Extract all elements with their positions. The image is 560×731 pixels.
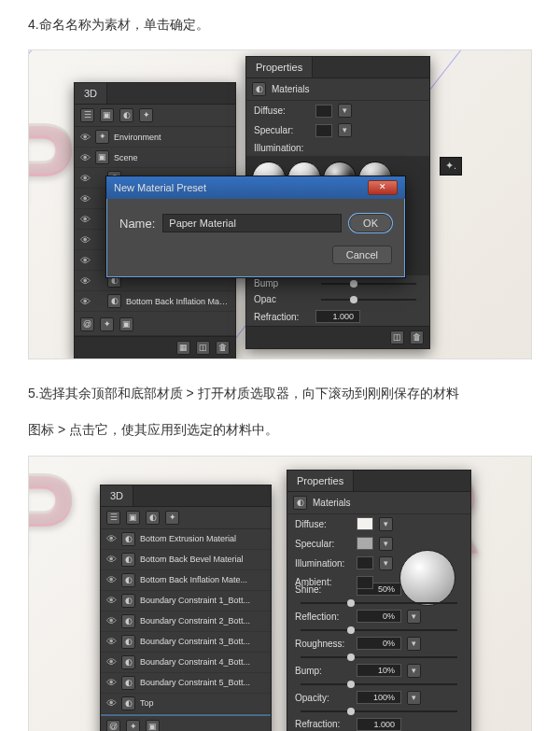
slider[interactable] — [301, 656, 457, 658]
camera-icon[interactable]: ▣ — [146, 720, 160, 731]
cancel-button[interactable]: Cancel — [332, 246, 392, 264]
ok-button[interactable]: OK — [349, 214, 392, 232]
eye-icon[interactable]: 👁 — [80, 275, 91, 287]
folder-icon[interactable]: ▾ — [338, 104, 352, 118]
layer-list-2[interactable]: 👁◐Bottom Extrusion Material👁◐Bottom Back… — [101, 529, 271, 716]
filter-env-icon[interactable]: ☰ — [106, 511, 120, 525]
at-icon[interactable]: @ — [106, 720, 120, 731]
close-icon[interactable]: ✕ — [368, 180, 398, 195]
filter-light-icon[interactable]: ✦ — [165, 511, 179, 525]
color-chip[interactable] — [315, 124, 332, 137]
slider[interactable] — [301, 602, 457, 604]
layer-row[interactable]: 👁◐Boundary Constraint 2_Bott... — [101, 612, 271, 632]
prop-opacity-row[interactable]: Opac — [246, 291, 429, 307]
prop-bump[interactable]: Bump:10%▾ — [287, 661, 470, 681]
bulb-icon[interactable]: ✦ — [126, 720, 140, 731]
layer-row[interactable]: 👁◐Bottom Back Inflation Mate... — [75, 291, 235, 312]
slider-row[interactable] — [287, 681, 470, 688]
tab-properties[interactable]: Properties — [287, 471, 354, 491]
prop-illumination[interactable]: Illumination: — [246, 140, 429, 156]
eye-icon[interactable]: 👁 — [106, 595, 117, 606]
dialog-new-material-preset[interactable]: New Material Preset ✕ Name: OK Cancel — [105, 176, 406, 278]
material-preview-sphere[interactable] — [399, 550, 455, 606]
folder-icon[interactable]: ▾ — [407, 664, 421, 678]
eye-icon[interactable]: 👁 — [106, 656, 117, 668]
slider[interactable] — [301, 683, 457, 685]
slider[interactable] — [301, 629, 457, 631]
slider[interactable] — [301, 710, 457, 712]
color-chip[interactable] — [357, 537, 373, 550]
layer-row[interactable]: 👁◐Bottom Extrusion Material — [101, 529, 271, 550]
eye-icon[interactable]: 👁 — [80, 234, 91, 246]
bulb-icon[interactable]: ✦ — [100, 317, 114, 331]
prop-specular[interactable]: Specular:▾ — [246, 120, 429, 140]
panel-3d-tools[interactable]: @ ✦ ▣ — [75, 314, 235, 336]
filter-env-icon[interactable]: ☰ — [80, 108, 94, 122]
folder-icon[interactable]: ▾ — [379, 556, 393, 570]
camera-icon[interactable]: ▣ — [119, 317, 133, 331]
color-chip[interactable] — [315, 105, 332, 118]
new-icon[interactable]: ◫ — [390, 330, 404, 344]
prop-diffuse[interactable]: Diffuse:▾ — [246, 101, 429, 120]
trash-icon[interactable]: 🗑 — [410, 330, 424, 344]
folder-icon[interactable]: ▾ — [379, 517, 393, 531]
reflection-value[interactable]: 0% — [357, 610, 401, 623]
eye-icon[interactable]: 👁 — [80, 296, 91, 307]
filter-mat-icon[interactable]: ◐ — [119, 108, 133, 122]
layer-row[interactable]: 👁◐Boundary Constraint 1_Bott... — [101, 591, 271, 612]
prop-refraction[interactable]: Refraction:1.000 — [246, 307, 429, 326]
eye-icon[interactable]: 👁 — [80, 193, 91, 204]
eye-icon[interactable]: 👁 — [106, 697, 117, 709]
slider-row[interactable] — [287, 626, 470, 634]
trash-icon[interactable]: 🗑 — [216, 341, 230, 355]
eye-icon[interactable]: 👁 — [106, 574, 117, 585]
layer-row[interactable]: 👁✦Environment — [75, 127, 235, 148]
eye-icon[interactable]: 👁 — [80, 132, 91, 143]
eye-icon[interactable]: 👁 — [106, 636, 117, 647]
slider[interactable] — [321, 283, 416, 285]
panel-3d-tools[interactable]: @ ✦ ▣ — [101, 716, 271, 731]
layer-row[interactable]: 👁◐Bottom Back Bevel Material — [101, 550, 271, 570]
folder-icon[interactable]: ▾ — [407, 691, 421, 705]
tab-properties[interactable]: Properties — [246, 57, 313, 77]
panel-3d-2[interactable]: 3D ☰ ▣ ◐ ✦ 👁◐Bottom Extrusion Material👁◐… — [100, 485, 272, 731]
prop-diffuse[interactable]: Diffuse:▾ — [287, 514, 470, 534]
filter-mat-icon[interactable]: ◐ — [146, 511, 160, 525]
opacity-value[interactable]: 100% — [357, 691, 401, 704]
new-icon[interactable]: ◫ — [196, 341, 210, 355]
layer-row[interactable]: 👁◐Boundary Constraint 4_Bott... — [101, 653, 271, 673]
layer-row[interactable]: 👁◐Top — [101, 694, 271, 714]
filter-mesh-icon[interactable]: ▣ — [126, 511, 140, 525]
color-chip[interactable] — [357, 576, 373, 589]
layer-row[interactable]: 👁◐Boundary Constraint 3_Bott... — [101, 632, 271, 653]
layer-row[interactable]: 👁◐Bottom Back Inflation Mate... — [101, 570, 271, 591]
tab-3d[interactable]: 3D — [101, 485, 133, 506]
folder-icon[interactable]: ▾ — [407, 610, 421, 624]
panel-3d-filters[interactable]: ☰ ▣ ◐ ✦ — [101, 507, 271, 529]
slider[interactable] — [321, 299, 416, 301]
eye-icon[interactable]: 👁 — [80, 214, 91, 225]
filter-mesh-icon[interactable]: ▣ — [100, 108, 114, 122]
eye-icon[interactable]: 👁 — [80, 173, 91, 184]
color-chip[interactable] — [357, 517, 373, 530]
refraction-value[interactable]: 1.000 — [357, 718, 401, 731]
dialog-titlebar[interactable]: New Material Preset ✕ — [106, 176, 405, 199]
gear-popup[interactable]: ✦. — [440, 157, 462, 176]
roughness-value[interactable]: 0% — [357, 637, 401, 650]
render-icon[interactable]: ▦ — [176, 341, 190, 355]
slider-row[interactable] — [287, 708, 470, 715]
folder-icon[interactable]: ▾ — [379, 537, 393, 551]
slider-row[interactable] — [287, 654, 470, 661]
layer-row[interactable]: 👁◐Boundary Constraint 5_Bott... — [101, 673, 271, 694]
filter-light-icon[interactable]: ✦ — [139, 108, 153, 122]
at-icon[interactable]: @ — [80, 317, 94, 331]
eye-icon[interactable]: 👁 — [106, 533, 117, 544]
eye-icon[interactable]: 👁 — [106, 677, 117, 688]
panel-3d-filters[interactable]: ☰ ▣ ◐ ✦ — [75, 105, 235, 127]
prop-refraction[interactable]: Refraction:1.000 — [287, 715, 470, 731]
prop-specular[interactable]: Specular:▾ — [287, 534, 470, 554]
bump-value[interactable]: 10% — [357, 664, 401, 677]
folder-icon[interactable]: ▾ — [407, 637, 421, 651]
eye-icon[interactable]: 👁 — [80, 255, 91, 266]
eye-icon[interactable]: 👁 — [80, 152, 91, 163]
